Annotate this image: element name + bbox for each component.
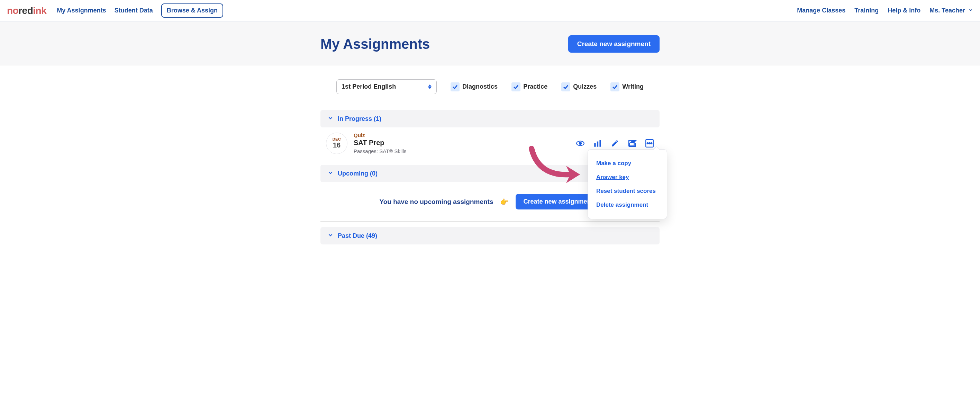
edit-icon[interactable] — [611, 139, 619, 148]
filters-row: 1st Period English Diagnostics Practice … — [320, 65, 660, 105]
filter-label: Diagnostics — [462, 83, 498, 90]
checkbox-checked-icon — [611, 83, 619, 91]
nav-left-group: My Assignments Student Data Browse & Ass… — [57, 3, 223, 18]
filter-label: Writing — [622, 83, 644, 90]
checkbox-checked-icon — [511, 83, 520, 91]
nav-user-menu[interactable]: Ms. Teacher — [929, 7, 973, 14]
section-in-progress[interactable]: In Progress (1) — [320, 110, 660, 127]
assignment-title: SAT Prep — [354, 139, 407, 147]
select-sort-icon — [428, 84, 431, 89]
popover-reset-scores[interactable]: Reset student scores — [596, 184, 659, 198]
svg-point-13 — [651, 143, 652, 144]
logo[interactable]: noredink — [7, 5, 46, 16]
report-icon[interactable] — [593, 139, 602, 148]
nav-help-info[interactable]: Help & Info — [888, 7, 921, 14]
assignment-actions — [576, 139, 654, 148]
chevron-down-icon — [327, 170, 334, 177]
svg-point-12 — [649, 143, 650, 144]
preview-icon[interactable] — [576, 139, 585, 148]
popover-caret-icon — [654, 147, 659, 150]
section-label: Past Due (49) — [338, 232, 377, 240]
nav-user-label: Ms. Teacher — [929, 7, 965, 14]
pointing-hand-icon: 👉 — [500, 198, 509, 206]
logo-part-no: no — [7, 5, 18, 16]
class-select-value: 1st Period English — [342, 83, 396, 90]
filter-quizzes[interactable]: Quizzes — [561, 83, 597, 91]
section-past-due[interactable]: Past Due (49) — [320, 227, 660, 244]
section-label: In Progress (1) — [338, 115, 381, 123]
section-label: Upcoming (0) — [338, 170, 377, 177]
popover-delete[interactable]: Delete assignment — [596, 198, 659, 212]
svg-rect-6 — [599, 140, 601, 147]
svg-point-3 — [579, 142, 582, 144]
filter-label: Quizzes — [573, 83, 597, 90]
popover-make-copy[interactable]: Make a copy — [596, 156, 659, 170]
page-title: My Assignments — [320, 37, 430, 52]
svg-rect-8 — [629, 140, 634, 146]
chevron-down-icon — [327, 115, 334, 123]
filter-diagnostics[interactable]: Diagnostics — [450, 83, 498, 91]
svg-rect-5 — [597, 141, 598, 147]
more-popover: Make a copy Answer key Reset student sco… — [588, 149, 667, 219]
nav-student-data[interactable]: Student Data — [115, 7, 153, 14]
filter-label: Practice — [523, 83, 547, 90]
nav-my-assignments[interactable]: My Assignments — [57, 7, 106, 14]
assignment-subtitle: Passages: SAT® Skills — [354, 148, 407, 154]
nav-training[interactable]: Training — [854, 7, 878, 14]
logo-part-red: red — [18, 5, 33, 16]
chevron-down-icon — [968, 7, 973, 14]
svg-point-11 — [647, 143, 649, 144]
date-badge: DEC 16 — [326, 132, 347, 154]
create-assignment-button[interactable]: Create new assignment — [568, 35, 660, 53]
chevron-down-icon — [327, 232, 334, 240]
assignment-type: Quiz — [354, 132, 407, 138]
filter-writing[interactable]: Writing — [611, 83, 644, 91]
logo-part-ink: ink — [33, 5, 46, 16]
date-month: DEC — [332, 137, 341, 141]
empty-text: You have no upcoming assignments — [379, 198, 493, 205]
share-icon[interactable] — [628, 139, 637, 148]
page-header: My Assignments Create new assignment — [0, 21, 980, 65]
more-icon[interactable] — [645, 139, 654, 148]
browse-assign-button[interactable]: Browse & Assign — [161, 3, 223, 18]
assignment-meta: Quiz SAT Prep Passages: SAT® Skills — [354, 132, 407, 154]
svg-rect-4 — [594, 143, 595, 147]
class-select[interactable]: 1st Period English — [336, 79, 437, 94]
date-day: 16 — [333, 141, 340, 149]
svg-marker-0 — [428, 84, 431, 86]
filter-practice[interactable]: Practice — [511, 83, 547, 91]
checkbox-checked-icon — [561, 83, 570, 91]
nav-right-group: Manage Classes Training Help & Info Ms. … — [797, 7, 973, 14]
checkbox-checked-icon — [450, 83, 460, 91]
svg-marker-1 — [428, 87, 431, 89]
popover-answer-key[interactable]: Answer key — [596, 170, 659, 184]
nav-manage-classes[interactable]: Manage Classes — [797, 7, 845, 14]
top-nav: noredink My Assignments Student Data Bro… — [0, 0, 980, 21]
